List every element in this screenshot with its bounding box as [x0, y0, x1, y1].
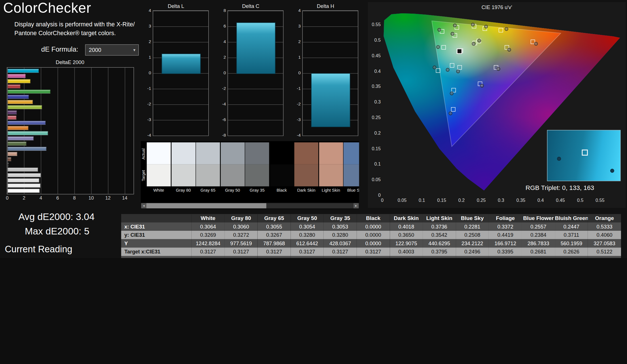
gridline	[153, 11, 208, 11]
gridline	[153, 42, 208, 42]
table-cell: 0.3127	[224, 247, 258, 256]
description-line-1: Display analysis is performed with the X…	[14, 20, 135, 29]
table-cell: 0.3054	[291, 222, 324, 231]
target-marker	[457, 65, 462, 70]
table-corner-cell	[121, 214, 191, 223]
deltae-bar-magenta	[8, 74, 26, 78]
swatch-dark-skin: Dark Skin	[294, 142, 318, 192]
measurement-marker	[534, 42, 538, 46]
table-cell: 440.6295	[423, 239, 456, 248]
description-line-2: Pantone ColorChecker® target colors.	[14, 29, 135, 38]
table-cell: 0.0000	[357, 231, 390, 239]
column-header: Bluish Green	[555, 214, 588, 223]
target-marker	[451, 107, 456, 112]
y-axis-tick-label: 8	[217, 8, 226, 13]
y-axis-tick-label: 0.15	[369, 146, 381, 151]
x-axis-tick-label: 0.25	[475, 198, 487, 203]
y-axis-tick-label: 0	[369, 193, 381, 198]
y-axis-tick-label: -4	[217, 101, 226, 106]
selected-target-marker	[457, 48, 462, 54]
x-axis-tick-label: 0.1	[416, 198, 428, 203]
deltae-bar-purplish-blue	[8, 121, 45, 125]
table-cell: 0.3711	[555, 231, 588, 239]
scroll-left-icon[interactable]: ◄	[141, 203, 146, 208]
table-cell: 0.3290	[258, 256, 291, 258]
y-axis-tick-label: -1	[142, 86, 151, 91]
row-header: x: CIE31	[121, 222, 191, 231]
table-cell: 0.2447	[555, 222, 588, 231]
y-axis-tick-label: 0	[292, 70, 301, 75]
swatch-actual-color	[319, 142, 343, 164]
table-cell: 0.3562	[423, 256, 456, 258]
table-cell: 0.3064	[192, 222, 225, 231]
delta-h-plot-area	[302, 10, 358, 136]
column-header: Blue Flower	[522, 214, 555, 223]
table-row: Y1242.8284977.5619787.9868612.6442428.03…	[121, 239, 621, 248]
table-cell: 286.7833	[522, 239, 555, 248]
table-cell: 0.3280	[324, 231, 357, 239]
table-cell: 0.3290	[192, 256, 225, 258]
x-axis-tick-label: 0.35	[515, 198, 527, 203]
swatch-label: Gray 50	[221, 188, 245, 192]
x-axis-tick-label: 2	[21, 195, 27, 201]
swatch-comparison-strip: Actual Target WhiteGray 80Gray 65Gray 50…	[141, 141, 359, 209]
table-cell: 0.2496	[456, 247, 489, 256]
deltae-bar-white	[8, 189, 39, 192]
deltae-bar-orange-yellow	[8, 100, 33, 104]
column-header: White	[192, 214, 225, 223]
deltae-bar-cyan	[8, 69, 39, 73]
column-header: Gray 65	[258, 214, 291, 223]
deltae-bar-foliage	[8, 142, 27, 146]
de-formula-dropdown[interactable]: 2000 ▼	[85, 45, 139, 56]
x-axis-tick-label: 0.05	[396, 198, 408, 203]
deltae-bar-blue	[8, 95, 29, 99]
deltae-bar-dark-skin	[8, 157, 11, 161]
scroll-right-icon[interactable]: ►	[353, 203, 359, 208]
y-axis-tick-label: -3	[292, 117, 301, 122]
deltae-bar-purple	[8, 110, 17, 114]
scrollbar-thumb[interactable]	[146, 203, 266, 208]
table-cell: 0.3542	[423, 231, 456, 239]
table-cell: 1242.8284	[192, 239, 225, 248]
swatch-target-color	[171, 164, 195, 187]
table-cell: 0.3650	[390, 231, 423, 239]
inset-measurement-marker	[557, 156, 561, 160]
column-header: Gray 80	[224, 214, 258, 223]
gridline	[108, 67, 108, 194]
table-cell: 0.5122	[588, 247, 621, 256]
inset-target-marker	[582, 149, 588, 155]
deltae-bar-yellow-green	[8, 105, 42, 109]
swatch-target-color	[344, 164, 359, 187]
deltae-bar-moderate-red	[8, 116, 16, 120]
deltae-bar-green	[8, 90, 50, 94]
deltae-bar-bluish-green	[8, 131, 48, 135]
swatch-target-color	[270, 164, 294, 187]
swatch-actual-color	[171, 142, 195, 164]
swatch-blue-sky: Blue Sky	[344, 142, 359, 192]
deltae2000-x-axis: 02468101214	[7, 195, 134, 202]
column-header: Light Skin	[423, 214, 456, 223]
gridline	[303, 11, 358, 11]
table-cell: 0.3642	[390, 256, 423, 258]
scrollbar-track[interactable]	[146, 203, 353, 208]
table-cell: 0.3269	[192, 231, 225, 239]
measurement-marker	[507, 48, 511, 52]
y-axis-tick-label: 2	[217, 55, 226, 60]
y-axis-tick-label: 0.55	[369, 22, 381, 27]
table-cell: 0.4003	[390, 247, 423, 256]
swatch-target-color	[294, 164, 318, 187]
table-cell: 0.5333	[588, 222, 621, 231]
column-header: Dark Skin	[390, 214, 423, 223]
table-cell: 0.3055	[258, 222, 291, 231]
swatch-target-color	[319, 164, 343, 187]
dropdown-arrow-icon[interactable]: ▼	[130, 48, 138, 52]
y-axis-tick-label: 0.5	[369, 38, 381, 43]
y-axis-tick-label: 0	[142, 70, 151, 75]
swatch-strip-scrollbar[interactable]: ◄ ►	[141, 203, 359, 209]
column-header: Gray 35	[324, 214, 357, 223]
swatch-target-color	[221, 164, 245, 187]
gridline	[125, 67, 125, 194]
deltae-bar-gray-80	[8, 183, 41, 187]
table-cell: 428.0367	[324, 239, 357, 248]
table-cell: 122.9075	[390, 239, 423, 248]
